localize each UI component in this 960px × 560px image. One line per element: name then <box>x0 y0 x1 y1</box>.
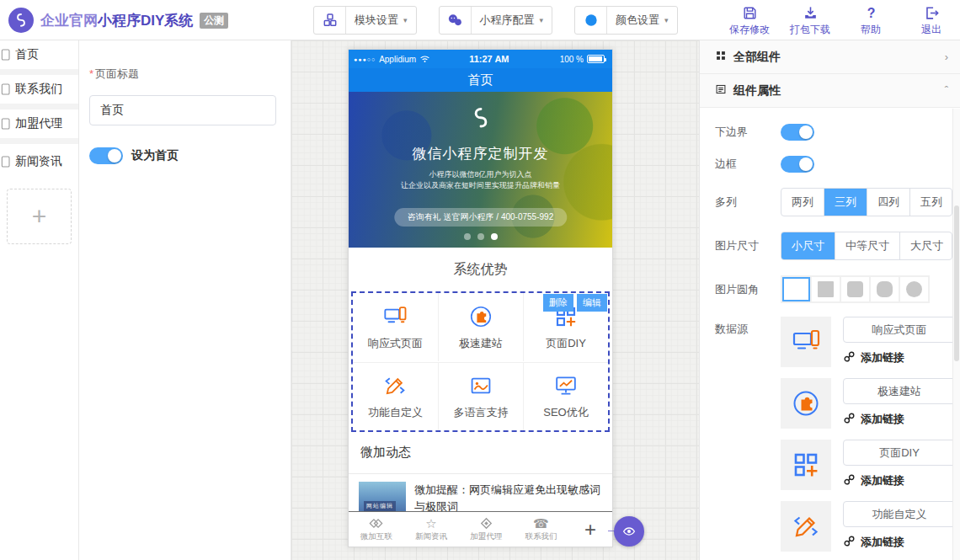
inspector-scrollbar[interactable] <box>952 109 960 560</box>
columns-row: 多列 两列三列四列五列 <box>715 188 952 216</box>
advantage-cell[interactable]: 响应式页面 <box>353 293 438 361</box>
下边界-toggle[interactable] <box>781 124 814 141</box>
chevron-down-icon: ˆ <box>945 84 948 97</box>
phone-nav-bar: 首页 <box>349 68 612 92</box>
link-icon <box>843 412 856 427</box>
chevron-right-icon: › <box>945 51 948 63</box>
props-list-icon <box>715 83 733 99</box>
page-title-label: 页面标题 <box>95 67 139 80</box>
datasource-title-input[interactable] <box>843 501 952 527</box>
banner-carousel[interactable]: 微信小程序定制开发 小程序以微信8亿用户为切入点 让企业以及商家在短时间里实现提… <box>349 92 612 248</box>
add-link-button[interactable]: 添加链接 <box>843 412 952 427</box>
help-action-button[interactable]: ? 帮助 <box>851 4 891 37</box>
menu-wechat-button[interactable]: 小程序配置 ▾ <box>439 6 553 35</box>
page-doc-icon <box>0 155 13 168</box>
carousel-dot[interactable] <box>477 233 484 240</box>
download-icon <box>803 4 819 21</box>
phone-tab-bar: 微加互联 ☆ 新闻资讯 加盟代理 ☎ 联系我们 + <box>349 511 612 547</box>
columns-option[interactable]: 五列 <box>909 189 952 216</box>
cubes-icon <box>314 7 346 34</box>
image-size-row: 图片尺寸 小尺寸中等尺寸大尺寸 <box>715 232 952 260</box>
sidebar-page-item[interactable]: 新闻资讯 <box>0 144 78 179</box>
scrollbar-thumb[interactable] <box>954 205 959 361</box>
datasource-title-input[interactable] <box>843 317 952 343</box>
app-title-secondary: 小程序DIY系统 <box>98 13 193 29</box>
inspector-body: 下边界 边框 多列 两列三列四列五列 图片尺寸 小尺寸中等尺寸大尺寸 图片圆角 … <box>700 109 952 560</box>
sidebar-page-item[interactable]: 加盟代理 <box>0 109 78 144</box>
radius-option-square-selected[interactable] <box>782 277 810 301</box>
responsive-icon-thumb <box>781 317 831 367</box>
weijia-icon <box>369 516 383 531</box>
tab-star[interactable]: ☆ 新闻资讯 <box>403 516 458 542</box>
datasource-row: 数据源 添加链接 添加链接 添加链接 <box>715 317 952 560</box>
menu-color-button[interactable]: 颜色设置 ▾ <box>574 6 678 35</box>
datasource-title-input[interactable] <box>843 378 952 404</box>
news-section-title: 微加动态 <box>349 432 612 474</box>
page-doc-icon <box>0 48 13 61</box>
tab-diamond[interactable]: 加盟代理 <box>459 516 514 542</box>
page-title-input[interactable] <box>89 95 276 125</box>
page-settings-panel: *页面标题 设为首页 <box>79 40 291 560</box>
tab-weijia[interactable]: 微加互联 <box>349 516 403 542</box>
carousel-dot[interactable] <box>491 233 498 240</box>
all-components-icon <box>715 50 733 65</box>
delete-component-button[interactable]: 删除 <box>543 294 573 312</box>
image-size-option[interactable]: 小尺寸 <box>781 232 835 259</box>
columns-option[interactable]: 两列 <box>781 189 824 216</box>
selection-actions: 删除 编辑 <box>543 294 607 312</box>
datasource-item: 添加链接 <box>781 317 952 367</box>
tab-phone[interactable]: ☎ 联系我们 <box>514 516 568 542</box>
radius-option-small[interactable] <box>841 277 869 301</box>
set-home-toggle[interactable] <box>89 147 123 164</box>
save-action-button[interactable]: 保存修改 <box>729 4 770 37</box>
puzzle-icon-thumb <box>781 378 831 429</box>
signal-dots-icon: ●●●○○ <box>354 56 376 62</box>
advantage-cell[interactable]: SEO优化 <box>523 362 608 430</box>
sidebar-page-item[interactable]: 首页 <box>0 40 78 75</box>
page-doc-icon <box>0 117 13 131</box>
add-page-button[interactable]: + <box>7 189 72 244</box>
battery-percent: 100 % <box>560 55 584 64</box>
advantage-cell[interactable]: 功能自定义 <box>353 362 438 430</box>
exit-action-button[interactable]: 退出 <box>911 4 952 37</box>
image-size-option[interactable]: 大尺寸 <box>899 232 952 259</box>
datasource-label: 数据源 <box>715 322 781 337</box>
advantage-cell[interactable]: 极速建站 <box>438 293 523 361</box>
radius-option-circle[interactable] <box>900 277 928 301</box>
radius-option-sharp[interactable] <box>812 277 840 301</box>
add-link-button[interactable]: 添加链接 <box>843 473 952 488</box>
toggle-rows: 下边界 边框 <box>715 124 952 173</box>
advantage-cell[interactable]: 多语言支持 <box>438 362 523 430</box>
download-action-button[interactable]: 打包下载 <box>790 4 830 37</box>
columns-option[interactable]: 四列 <box>867 189 909 216</box>
sidebar-page-item[interactable]: 联系我们 <box>0 75 78 109</box>
preview-eye-button[interactable] <box>614 516 644 547</box>
exit-icon <box>924 4 940 21</box>
component-inspector: 全部组件 › 组件属性 ˆ 下边界 边框 多列 两列三列四列五列 图片尺寸 小尺… <box>699 40 960 560</box>
radius-option-medium[interactable] <box>871 277 899 301</box>
menu-cubes-button[interactable]: 模块设置 ▾ <box>313 6 417 35</box>
carousel-dots <box>349 233 612 240</box>
news-thumbnail: 网站编辑 <box>359 482 406 514</box>
columns-option[interactable]: 三列 <box>824 189 867 216</box>
toggle-row: 下边界 <box>715 124 952 141</box>
add-link-button[interactable]: 添加链接 <box>843 350 952 365</box>
selected-component[interactable]: 删除 编辑 响应式页面 极速建站 页面DIY 功能自定义 多语言支持 SEO优化 <box>351 291 610 432</box>
all-components-header[interactable]: 全部组件 › <box>700 40 960 74</box>
page-title-label-row: *页面标题 <box>89 66 279 82</box>
datasource-item: 添加链接 <box>781 378 952 429</box>
edit-component-button[interactable]: 编辑 <box>577 294 607 312</box>
datasource-title-input[interactable] <box>843 440 952 466</box>
set-home-row: 设为首页 <box>89 147 279 164</box>
carousel-dot[interactable] <box>464 233 471 240</box>
toggle-row: 边框 <box>715 156 952 173</box>
component-props-header[interactable]: 组件属性 ˆ <box>700 74 960 108</box>
page-list: 首页 联系我们 加盟代理 新闻资讯 <box>0 40 78 179</box>
phone-preview: ●●●○○ Applidium 11:27 AM 100 % 首页 微信小程序定… <box>348 49 613 547</box>
add-link-button[interactable]: 添加链接 <box>843 535 952 550</box>
phone-icon: ☎ <box>533 516 549 531</box>
边框-toggle[interactable] <box>781 156 814 173</box>
tab-add-button[interactable]: + <box>568 518 612 541</box>
advantages-grid: 响应式页面 极速建站 页面DIY 功能自定义 多语言支持 SEO优化 <box>353 293 608 430</box>
image-size-option[interactable]: 中等尺寸 <box>835 232 899 259</box>
